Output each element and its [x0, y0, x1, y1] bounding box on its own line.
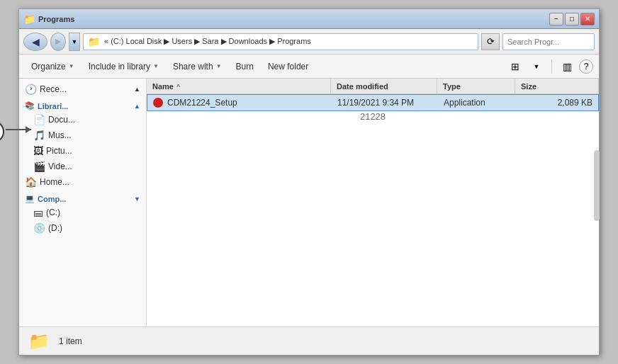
pictures-icon: 🖼 [33, 145, 43, 157]
music-icon: 🎵 [33, 130, 45, 141]
toolbar-separator [551, 59, 552, 74]
nav-dropdown[interactable]: ▼ [69, 33, 80, 51]
organize-arrow: ▼ [69, 63, 74, 69]
file-icon [153, 98, 163, 108]
title-controls: − □ ✕ [549, 13, 595, 25]
address-bar: ◀ ▶ ▼ 📁 « (C:) Local Disk ▶ Users ▶ Sara… [19, 29, 599, 55]
share-with-button[interactable]: Share with ▼ [167, 57, 228, 76]
organize-button[interactable]: Organize ▼ [25, 57, 81, 76]
drive-d-label: (D:) [48, 223, 62, 233]
col-name-label: Name [152, 82, 174, 91]
col-date-label: Date modified [337, 82, 388, 91]
col-header-size[interactable]: Size [515, 79, 599, 93]
recent-collapse-arrow: ▲ [134, 86, 140, 93]
documents-label: Docu... [48, 115, 75, 125]
file-size: 2,089 KB [558, 98, 592, 108]
center-number: 21228 [360, 111, 386, 122]
computer-arrow: ▼ [134, 195, 140, 203]
col-type-label: Type [443, 82, 461, 91]
recent-icon: 🕐 [25, 84, 37, 95]
burn-label: Burn [236, 62, 254, 72]
address-path[interactable]: 📁 « (C:) Local Disk ▶ Users ▶ Sara ▶ Dow… [83, 33, 478, 50]
toolbar: Organize ▼ Include in library ▼ Share wi… [19, 55, 599, 79]
refresh-button[interactable]: ⟳ [481, 33, 500, 50]
share-with-label: Share with [173, 62, 213, 72]
view-dropdown-button[interactable]: ▼ [527, 57, 546, 76]
libraries-arrow: ▲ [134, 103, 140, 110]
new-folder-label: New folder [268, 62, 308, 72]
include-library-arrow: ▼ [153, 63, 159, 69]
file-name-cell: CDM21224_Setup [147, 95, 332, 110]
center-label: 21228 [147, 111, 599, 122]
sidebar-item-videos[interactable]: 🎬 Vide... [19, 159, 146, 174]
search-box: 🔍 [502, 33, 595, 50]
status-bar: 📁 1 item [19, 326, 599, 355]
computer-icon: 💻 [25, 194, 35, 203]
status-folder-icon: 📁 [28, 330, 50, 353]
col-header-type[interactable]: Type [437, 79, 515, 93]
help-button[interactable]: ? [579, 59, 593, 74]
status-item-count: 1 item [59, 336, 82, 346]
sidebar-item-homegroup[interactable]: 🏠 Home... [19, 174, 146, 190]
documents-icon: 📄 [33, 114, 45, 125]
file-area: Name ^ Date modified Type Size [147, 79, 599, 326]
table-row[interactable]: CDM21224_Setup 11/19/2021 9:34 PM Applic… [147, 94, 599, 111]
forward-button[interactable]: ▶ [50, 33, 66, 51]
file-type-cell: Application [438, 95, 516, 110]
preview-pane-button[interactable]: ▥ [558, 57, 576, 76]
file-date-cell: 11/19/2021 9:34 PM [332, 95, 438, 110]
maximize-button[interactable]: □ [565, 13, 579, 25]
title-bar-title: 📁 Programs [23, 13, 74, 25]
column-headers: Name ^ Date modified Type Size [147, 79, 599, 94]
sort-arrow: ^ [176, 83, 180, 90]
address-path-text: « (C:) Local Disk ▶ Users ▶ Sara ▶ Downl… [104, 37, 311, 46]
explorer-window: 📁 Programs − □ ✕ ◀ ▶ ▼ 📁 « (C:) Local Di… [18, 8, 600, 356]
libraries-icon: 📚 [25, 101, 35, 110]
videos-label: Vide... [48, 161, 72, 171]
file-list: CDM21224_Setup 11/19/2021 9:34 PM Applic… [147, 94, 599, 326]
sidebar-item-drive-c[interactable]: 🖴 (C:) [19, 205, 146, 220]
file-date: 11/19/2021 9:34 PM [337, 98, 414, 108]
file-type: Application [444, 98, 485, 108]
col-header-date[interactable]: Date modified [331, 79, 437, 93]
close-button[interactable]: ✕ [580, 13, 595, 25]
drive-c-icon: 🖴 [33, 207, 43, 218]
search-input[interactable] [503, 38, 595, 46]
col-header-name[interactable]: Name ^ [147, 79, 331, 93]
main-area: 🕐 Rece... ▲ 📚 Librari... ▲ 📄 Docu... 🎵 M… [19, 79, 599, 326]
drive-c-label: (C:) [46, 207, 60, 217]
sidebar-recent-label: Rece... [40, 84, 67, 94]
libraries-label: Librari... [38, 102, 68, 110]
homegroup-icon: 🏠 [25, 176, 37, 188]
burn-button[interactable]: Burn [230, 57, 260, 76]
organize-label: Organize [31, 62, 66, 72]
sidebar-item-documents[interactable]: 📄 Docu... [19, 112, 146, 127]
new-folder-button[interactable]: New folder [262, 57, 315, 76]
computer-label: Comp... [38, 195, 66, 203]
sidebar-item-pictures[interactable]: 🖼 Pictu... [19, 143, 146, 159]
file-name: CDM21224_Setup [167, 98, 237, 108]
sidebar-libraries-header: 📚 Librari... ▲ [19, 97, 146, 112]
minimize-button[interactable]: − [549, 13, 563, 25]
include-in-library-label: Include in library [89, 62, 150, 72]
drive-d-icon: 💿 [33, 222, 45, 234]
sidebar-item-music[interactable]: 🎵 Mus... [19, 127, 146, 143]
pictures-label: Pictu... [46, 146, 72, 156]
sidebar: 🕐 Rece... ▲ 📚 Librari... ▲ 📄 Docu... 🎵 M… [19, 79, 147, 326]
col-size-label: Size [521, 82, 536, 91]
include-in-library-button[interactable]: Include in library ▼ [82, 57, 165, 76]
homegroup-label: Home... [40, 177, 69, 187]
window-title: Programs [38, 15, 74, 23]
toolbar-right: ⊞ ▼ ▥ ? [506, 57, 593, 76]
folder-icon: 📁 [23, 13, 35, 25]
back-button[interactable]: ◀ [23, 33, 47, 51]
annotation-number: 1 [0, 120, 4, 143]
sidebar-item-drive-d[interactable]: 💿 (D:) [19, 220, 146, 236]
title-bar: 📁 Programs − □ ✕ [19, 9, 599, 29]
path-folder-icon: 📁 [88, 36, 100, 47]
sidebar-computer-header: 💻 Comp... ▼ [19, 190, 146, 205]
videos-icon: 🎬 [33, 161, 45, 172]
file-size-cell: 2,089 KB [516, 95, 598, 110]
sidebar-item-recent[interactable]: 🕐 Rece... ▲ [19, 81, 146, 97]
view-details-button[interactable]: ⊞ [506, 57, 524, 76]
